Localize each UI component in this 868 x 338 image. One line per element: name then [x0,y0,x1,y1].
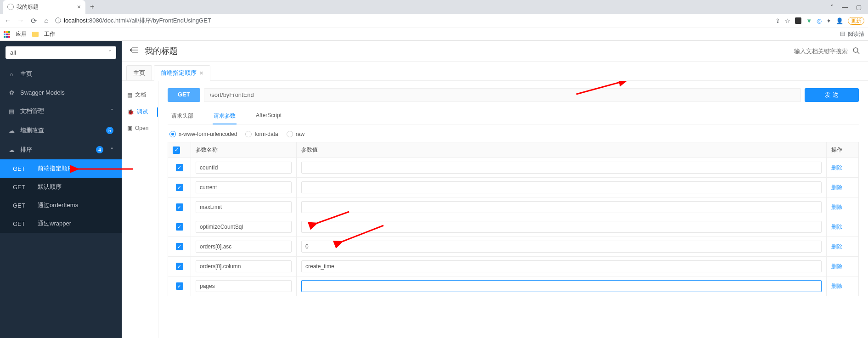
param-value-input[interactable] [301,280,822,292]
apps-icon[interactable] [4,31,10,38]
forward-button[interactable]: → [17,17,25,25]
content: ▤ 文档 🐞 调试 ▣ Open GET /sort/byFrontEnd 发 … [122,81,868,338]
row-checkbox[interactable]: ✓ [176,203,183,211]
tab-home[interactable]: 主页 [126,65,152,80]
sidebar-item-sort[interactable]: ☁ 排序 4 ˄ [0,140,122,159]
checkbox-all[interactable]: ✓ [173,146,180,154]
sidebar-label: 排序 [20,146,32,154]
request-url-input[interactable]: /sort/byFrontEnd [204,88,801,102]
sidebar-sub-item[interactable]: GET前端指定顺序 [0,159,122,178]
close-icon[interactable]: ✕ [199,70,203,76]
sidebar-sub-item[interactable]: GET通过orderItems [0,196,122,214]
badge: 4 [96,146,103,153]
param-value-input[interactable] [301,162,822,174]
app: all ˅ ⌂ 主页 ✿ Swagger Models ▤ 文档管理 ˅ ☁ 增… [0,41,868,338]
sidebar-sub-item[interactable]: GET默认顺序 [0,178,122,196]
subtab-headers[interactable]: 请求头部 [170,108,194,124]
inner-tab-debug[interactable]: 🐞 调试 [122,103,158,120]
sub-item-label: 通过orderItems [38,201,78,209]
url-field[interactable]: ⓘ localhost:8080/doc.html#/all/排序/byFron… [55,17,771,25]
radio-formdata[interactable]: form-data [245,131,278,137]
tab-title: 我的标题 [17,3,39,11]
home-button[interactable]: ⌂ [42,17,51,25]
update-button[interactable]: 更新 [848,17,864,25]
new-tab-button[interactable]: + [90,3,94,11]
row-checkbox[interactable]: ✓ [176,184,183,191]
reload-button[interactable]: ⟳ [29,17,38,25]
row-checkbox[interactable]: ✓ [176,243,183,250]
reading-list-label[interactable]: 阅读清 [848,30,864,38]
sidebar-select[interactable]: all ˅ [6,46,116,59]
row-checkbox[interactable]: ✓ [176,164,183,171]
param-name-input[interactable] [196,241,292,253]
param-name-input[interactable] [196,201,292,213]
minimize-icon[interactable]: — [842,4,848,11]
row-checkbox[interactable]: ✓ [176,263,183,270]
sidebar-sub-item[interactable]: GET通过wrapper [0,214,122,233]
ext2-icon[interactable]: ◎ [817,17,822,24]
badge: 5 [106,127,113,134]
reading-list-icon[interactable]: ▤ [840,30,845,38]
delete-link[interactable]: 删除 [831,184,842,191]
param-value-input[interactable] [301,260,822,272]
tab-label: 前端指定顺序 [161,69,197,77]
share-icon[interactable]: ⇪ [775,17,780,24]
back-button[interactable]: ← [4,17,12,25]
extensions-icon[interactable]: ✦ [826,17,831,24]
row-checkbox[interactable]: ✓ [176,223,183,231]
param-name-input[interactable] [196,162,292,174]
radio-raw[interactable]: raw [287,131,304,137]
browser-tab[interactable]: 我的标题 × [3,0,85,14]
subtab-params[interactable]: 请求参数 [213,108,237,124]
delete-link[interactable]: 删除 [831,243,842,250]
inner-tab-open[interactable]: ▣ Open [122,120,158,136]
subtab-afterscript[interactable]: AfterScript [255,108,282,124]
sub-item-label: 通过wrapper [38,220,71,228]
chevron-down-icon[interactable]: ˅ [830,4,834,11]
radio-icon [245,131,252,137]
star-icon[interactable]: ☆ [785,17,790,24]
radio-label: raw [296,131,304,137]
info-icon: ⓘ [55,17,61,25]
search-icon[interactable] [852,47,860,56]
sidebar-item-home[interactable]: ⌂ 主页 [0,64,122,84]
sidebar-label: Swagger Models [20,89,65,96]
bookmark-work[interactable]: 工作 [44,30,55,38]
vue-icon[interactable]: ▼ [806,17,812,24]
bookmark-apps[interactable]: 应用 [16,30,27,38]
sidebar-item-doc-mgmt[interactable]: ▤ 文档管理 ˅ [0,101,122,121]
param-value-input[interactable] [301,181,822,193]
delete-link[interactable]: 删除 [831,164,842,171]
folder-icon [32,32,39,37]
param-value-input[interactable] [301,241,822,253]
param-name-input[interactable] [196,280,292,292]
table-row: ✓ 删除 [168,237,859,257]
search-input[interactable] [788,48,848,55]
param-name-input[interactable] [196,260,292,272]
row-checkbox[interactable]: ✓ [176,282,183,290]
profile-icon[interactable]: 👤 [836,17,843,24]
param-value-input[interactable] [301,201,822,213]
sidebar-submenu-sort: GET前端指定顺序GET默认顺序GET通过orderItemsGET通过wrap… [0,159,122,233]
send-button[interactable]: 发 送 [805,88,859,102]
tab-current[interactable]: 前端指定顺序 ✕ [154,65,210,81]
menu-collapse-icon[interactable] [130,47,138,55]
sub-item-label: 默认顺序 [38,183,62,191]
param-name-input[interactable] [196,181,292,193]
maximize-icon[interactable]: ▢ [856,4,862,11]
sidebar-item-crud[interactable]: ☁ 增删改查 5 [0,121,122,140]
param-value-input[interactable] [301,221,822,233]
param-table: ✓ 参数名称 参数值 操作 ✓ 删除 ✓ 删除 ✓ 删除 ✓ 删除 ✓ [168,142,859,296]
delete-link[interactable]: 删除 [831,283,842,289]
delete-link[interactable]: 删除 [831,204,842,210]
sidebar-item-swagger[interactable]: ✿ Swagger Models [0,84,122,101]
ext1-icon[interactable] [795,17,801,24]
radio-urlencoded[interactable]: x-www-form-urlencoded [169,131,237,137]
delete-link[interactable]: 删除 [831,224,842,230]
inner-tab-doc[interactable]: ▤ 文档 [122,86,158,103]
delete-link[interactable]: 删除 [831,263,842,270]
param-name-input[interactable] [196,221,292,233]
browser-chrome: 我的标题 × + ˅ — ▢ ← → ⟳ ⌂ ⓘ localhost:8080/… [0,0,868,41]
close-tab-icon[interactable]: × [77,3,81,11]
svg-line-1 [857,52,859,54]
